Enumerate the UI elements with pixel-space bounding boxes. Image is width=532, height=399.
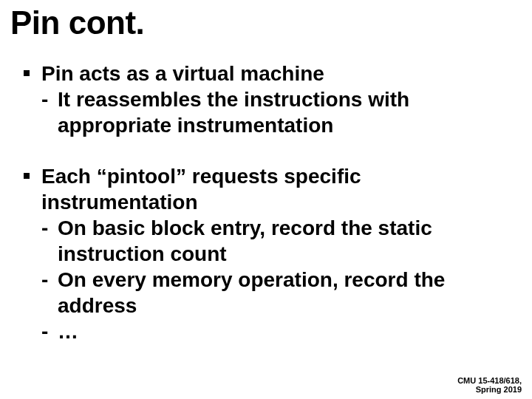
bullet-item: Pin acts as a virtual machine It reassem… — [24, 61, 522, 138]
footer-course: CMU 15-418/618, — [457, 376, 522, 386]
slide-title: Pin cont. — [10, 6, 522, 40]
bullet-text: Each “pintool” requests specific instrum… — [41, 163, 522, 215]
slide-body: Pin acts as a virtual machine It reassem… — [10, 61, 522, 344]
bullet-item: Each “pintool” requests specific instrum… — [24, 163, 522, 344]
sub-bullet-item: On every memory operation, record the ad… — [41, 267, 522, 318]
slide-footer: CMU 15-418/618, Spring 2019 — [457, 376, 522, 395]
sub-bullet-item: … — [41, 318, 522, 344]
sub-bullet-item: On basic block entry, record the static … — [41, 215, 522, 267]
footer-term: Spring 2019 — [457, 385, 522, 395]
sub-bullet-item: It reassembles the instructions with app… — [41, 86, 522, 138]
bullet-text: Pin acts as a virtual machine — [41, 61, 522, 86]
